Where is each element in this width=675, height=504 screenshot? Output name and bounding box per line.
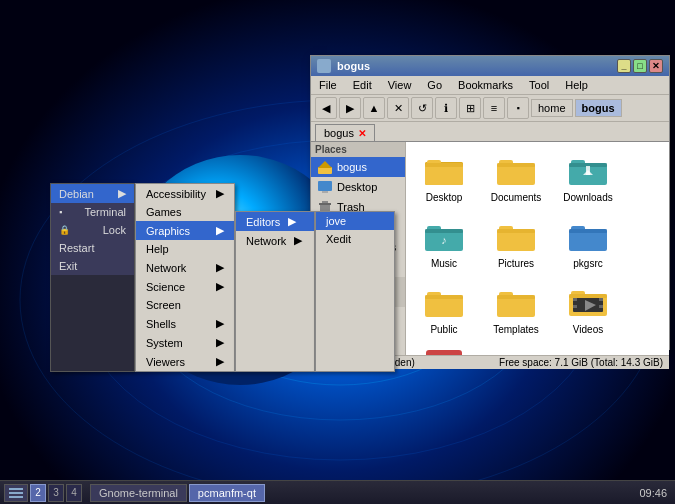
menu-item-lock[interactable]: 🔒 Lock [51, 221, 134, 239]
arrow-icon: ▶ [216, 336, 224, 349]
taskbar-task-terminal[interactable]: Gnome-terminal [90, 484, 187, 502]
tab-bar: bogus ✕ [311, 122, 669, 142]
menu-item-restart[interactable]: Restart [51, 239, 134, 257]
file-item-minikube[interactable]: .deb minikube_1.5.2.deb [410, 344, 478, 355]
folder-svg [569, 221, 607, 251]
arrow-icon: ▶ [216, 261, 224, 274]
bogus-button[interactable]: bogus [575, 99, 622, 117]
sidebar-item-bogus[interactable]: bogus [311, 157, 405, 177]
forward-button[interactable]: ▶ [339, 97, 361, 119]
home-button[interactable]: home [531, 99, 573, 117]
file-icon [424, 150, 464, 190]
up-button[interactable]: ▲ [363, 97, 385, 119]
menu-item-graphics[interactable]: Graphics ▶ [136, 221, 234, 240]
workspace-3[interactable]: 4 [66, 484, 82, 502]
clock-time: 09:46 [639, 487, 667, 499]
menu-item-network[interactable]: Network ▶ [136, 258, 234, 277]
graphics-submenu-col3[interactable]: Editors ▶ Network ▶ [235, 211, 315, 372]
taskbar-menu-button[interactable] [4, 484, 28, 502]
tab-bogus[interactable]: bogus ✕ [315, 124, 375, 141]
menu-item-exit[interactable]: Exit [51, 257, 134, 275]
menu-go[interactable]: Go [423, 78, 446, 92]
file-icon [496, 282, 536, 322]
workspace-2[interactable]: 3 [48, 484, 64, 502]
stop-button[interactable]: ✕ [387, 97, 409, 119]
workspace-1[interactable]: 2 [30, 484, 46, 502]
menu-item-games[interactable]: Games [136, 203, 234, 221]
taskbar-task-filemanager[interactable]: pcmanfm-qt [189, 484, 265, 502]
toolbar: ◀ ▶ ▲ ✕ ↺ ℹ ⊞ ≡ ▪ home bogus [311, 95, 669, 122]
back-button[interactable]: ◀ [315, 97, 337, 119]
menu-item-xedit[interactable]: Xedit [316, 230, 394, 248]
menu-item-help[interactable]: Help [136, 240, 234, 258]
minimize-button[interactable]: _ [617, 59, 631, 73]
file-item-music[interactable]: ♪ Music [410, 212, 478, 274]
lock-icon: 🔒 [59, 225, 70, 235]
svg-text:♪: ♪ [441, 234, 447, 246]
task-label: pcmanfm-qt [198, 487, 256, 499]
file-item-videos[interactable]: Videos [554, 278, 622, 340]
menu-item-network2[interactable]: Network ▶ [236, 231, 314, 250]
menu-item-shells[interactable]: Shells ▶ [136, 314, 234, 333]
menu-item-jove[interactable]: jove [316, 212, 394, 230]
arrow-icon: ▶ [294, 234, 302, 247]
file-item-documents[interactable]: Documents [482, 146, 550, 208]
menu-bookmarks[interactable]: Bookmarks [454, 78, 517, 92]
menu-item-viewers[interactable]: Viewers ▶ [136, 352, 234, 371]
icon-view-button[interactable]: ⊞ [459, 97, 481, 119]
file-item-desktop[interactable]: Desktop [410, 146, 478, 208]
task-label: Gnome-terminal [99, 487, 178, 499]
menu-item-system[interactable]: System ▶ [136, 333, 234, 352]
file-item-templates[interactable]: Templates [482, 278, 550, 340]
list-view-button[interactable]: ≡ [483, 97, 505, 119]
reload-button[interactable]: ↺ [411, 97, 433, 119]
menu-edit[interactable]: Edit [349, 78, 376, 92]
svg-rect-71 [9, 488, 23, 490]
window-title: bogus [337, 60, 370, 72]
editors-submenu-col4[interactable]: jove Xedit [315, 211, 395, 372]
menu-file[interactable]: File [315, 78, 341, 92]
file-label: Public [430, 324, 457, 336]
maximize-button[interactable]: □ [633, 59, 647, 73]
menu-item-terminal[interactable]: ▪ Terminal [51, 203, 134, 221]
menu-view[interactable]: View [384, 78, 416, 92]
title-area: bogus [317, 59, 370, 73]
file-item-downloads[interactable]: Downloads [554, 146, 622, 208]
svg-rect-45 [586, 166, 590, 175]
tab-close-icon[interactable]: ✕ [358, 128, 366, 139]
menu-item-screen[interactable]: Screen [136, 296, 234, 314]
folder-svg [425, 155, 463, 185]
menu-item-science[interactable]: Science ▶ [136, 277, 234, 296]
file-item-public[interactable]: Public [410, 278, 478, 340]
taskbar-tasks: Gnome-terminal pcmanfm-qt [86, 484, 631, 502]
file-icon: ♪ [424, 216, 464, 256]
file-item-pictures[interactable]: Pictures [482, 212, 550, 274]
menu-help[interactable]: Help [561, 78, 592, 92]
file-icon [568, 216, 608, 256]
folder-svg [569, 155, 607, 185]
extra-button[interactable]: ▪ [507, 97, 529, 119]
svg-rect-67 [573, 305, 577, 308]
close-button[interactable]: ✕ [649, 59, 663, 73]
menu-tool[interactable]: Tool [525, 78, 553, 92]
applications-menu-col2[interactable]: Accessibility ▶ Games Graphics ▶ Help Ne… [135, 183, 235, 372]
menu-item-editors[interactable]: Editors ▶ [236, 212, 314, 231]
info-button[interactable]: ℹ [435, 97, 457, 119]
file-icon [496, 150, 536, 190]
svg-rect-64 [569, 294, 607, 298]
file-label: Documents [491, 192, 542, 204]
debian-menu-col1[interactable]: Debian ▶ ▪ Terminal 🔒 Lock Restart Exit [50, 183, 135, 372]
terminal-icon: ▪ [59, 207, 62, 217]
file-item-pkgsrc[interactable]: pkgsrc [554, 212, 622, 274]
svg-rect-55 [569, 229, 607, 233]
window-icon [317, 59, 331, 73]
window-controls: _ □ ✕ [617, 59, 663, 73]
menu-item-accessibility[interactable]: Accessibility ▶ [136, 184, 234, 203]
svg-rect-68 [599, 298, 603, 301]
statusbar-right: Free space: 7.1 GiB (Total: 14.3 GiB) [499, 357, 663, 368]
file-area: Desktop Documents [406, 142, 669, 355]
menu-row: Debian ▶ ▪ Terminal 🔒 Lock Restart Exit … [50, 183, 395, 372]
menu-item-debian[interactable]: Debian ▶ [51, 184, 134, 203]
taskbar-left: 2 3 4 [0, 484, 86, 502]
arrow-icon: ▶ [216, 355, 224, 368]
